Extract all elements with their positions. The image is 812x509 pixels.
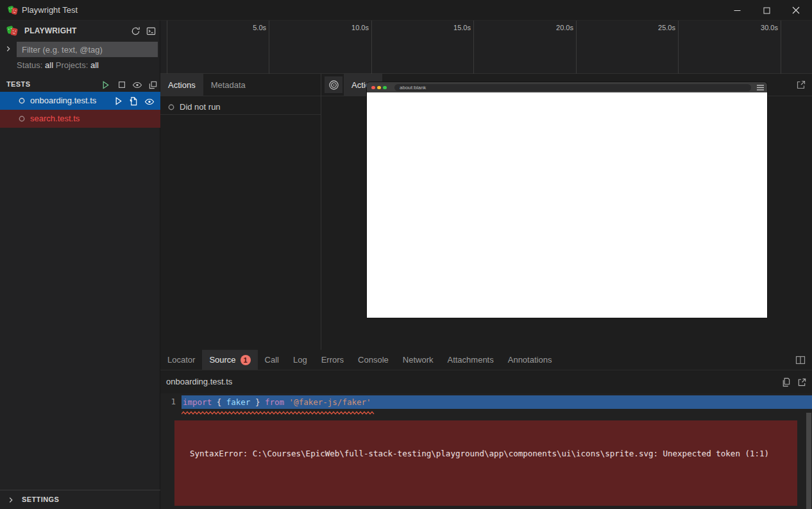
settings-title: SETTINGS — [22, 496, 59, 503]
timeline[interactable]: 5.0s 10.0s 15.0s 20.0s 25.0s 30.0s — [160, 21, 812, 74]
status-label: Status: — [17, 60, 42, 70]
projects-label: Projects: — [56, 60, 89, 70]
divider — [0, 490, 160, 490]
details-panel: Locator Source 1 Call Log Errors Console… — [160, 350, 812, 509]
source-file-name: onboarding.test.ts — [166, 377, 232, 386]
snapshot-panel: Action Before After about:blank — [321, 74, 812, 350]
tab-annotations[interactable]: Annotations — [501, 350, 559, 370]
run-all-button[interactable] — [99, 79, 111, 91]
status-circle-icon — [168, 104, 174, 110]
split-view-button[interactable] — [795, 355, 806, 365]
squiggle-path — [182, 412, 374, 415]
sidebar-title: PLAYWRIGHT — [24, 26, 77, 35]
playwright-logo-icon — [8, 5, 18, 15]
browser-snapshot: about:blank — [367, 82, 767, 318]
filter-input[interactable] — [17, 42, 158, 57]
scrollbar-thumb[interactable] — [806, 413, 811, 509]
tab-metadata[interactable]: Metadata — [203, 74, 253, 96]
pick-locator-button[interactable] — [325, 76, 343, 93]
actions-tabstrip: Actions Metadata — [160, 74, 321, 96]
timeline-gridline — [678, 21, 679, 74]
browser-close-dot — [371, 86, 375, 90]
watch-test-button[interactable] — [144, 96, 155, 107]
status-line: Status: all Projects: all — [17, 60, 99, 72]
timeline-tick: 10.0s — [330, 24, 369, 31]
timeline-tick: 25.0s — [637, 24, 675, 31]
chevron-right-icon[interactable] — [4, 44, 13, 53]
tab-source[interactable]: Source 1 — [202, 350, 257, 370]
test-file-name: search.test.ts — [30, 114, 80, 123]
close-button[interactable] — [781, 0, 811, 21]
tab-errors[interactable]: Errors — [314, 350, 351, 370]
error-blank-line — [190, 483, 797, 494]
browser-page-content[interactable] — [367, 92, 767, 318]
tab-console[interactable]: Console — [351, 350, 396, 370]
minimize-button[interactable] — [722, 0, 752, 21]
tab-call[interactable]: Call — [258, 350, 286, 370]
open-source-external-button[interactable] — [797, 377, 807, 387]
error-count-badge: 1 — [241, 355, 251, 365]
timeline-gridline — [781, 21, 781, 74]
timeline-gridline — [167, 21, 167, 74]
sidebar-header: PLAYWRIGHT — [0, 22, 160, 40]
playwright-ui-window: Playwright Test PLAYWRIGHT — [0, 0, 812, 509]
refresh-button[interactable] — [130, 25, 141, 37]
open-snapshot-external-button[interactable] — [796, 80, 806, 90]
settings-section-header[interactable]: SETTINGS — [0, 492, 160, 508]
test-file-name: onboarding.test.ts — [30, 96, 96, 105]
tab-actions[interactable]: Actions — [160, 74, 203, 96]
tab-source-label: Source — [209, 355, 235, 365]
timeline-gridline — [269, 21, 269, 74]
timeline-tick: 20.0s — [535, 24, 573, 31]
timeline-tick: 5.0s — [228, 24, 266, 31]
copy-button[interactable] — [781, 377, 791, 387]
source-line-1: 1 import { faker } from '@faker-js/faker… — [160, 395, 812, 409]
tests-title: TESTS — [6, 80, 30, 88]
did-not-run-row: Did not run — [160, 101, 321, 115]
terminal-button[interactable] — [145, 25, 156, 37]
browser-menu-icon — [757, 85, 764, 91]
main-area: 5.0s 10.0s 15.0s 20.0s 25.0s 30.0s Actio… — [160, 21, 812, 509]
actions-panel: Actions Metadata Did not run — [160, 74, 321, 350]
tab-log[interactable]: Log — [286, 350, 314, 370]
tests-section-header: TESTS — [0, 77, 160, 92]
details-tabstrip: Locator Source 1 Call Log Errors Console… — [160, 350, 812, 370]
status-circle-icon — [19, 98, 25, 104]
source-code-view[interactable]: 1 import { faker } from '@faker-js/faker… — [160, 393, 812, 509]
sidebar: PLAYWRIGHT Status: all Projects: all TES… — [0, 21, 160, 509]
source-line-content: import { faker } from '@faker-js/faker' — [182, 395, 812, 409]
watch-all-button[interactable] — [131, 79, 143, 91]
timeline-tick: 30.0s — [740, 24, 778, 31]
status-circle-icon — [19, 116, 25, 122]
maximize-button[interactable] — [752, 0, 781, 21]
filter-row — [0, 41, 160, 58]
browser-address-bar: about:blank — [394, 84, 751, 91]
stop-button[interactable] — [116, 79, 128, 91]
did-not-run-label: Did not run — [180, 102, 221, 112]
titlebar: Playwright Test — [0, 0, 812, 21]
test-row-search[interactable]: search.test.ts — [0, 110, 160, 128]
error-title: SyntaxError: C:\Courses\EpicWeb\full-sta… — [190, 448, 797, 460]
window-title: Playwright Test — [22, 5, 78, 15]
collapse-all-button[interactable] — [147, 79, 158, 91]
browser-minimize-dot — [377, 86, 381, 90]
tab-locator[interactable]: Locator — [160, 350, 202, 370]
browser-titlebar: about:blank — [367, 82, 767, 92]
test-row-onboarding[interactable]: onboarding.test.ts — [0, 92, 160, 110]
tab-network[interactable]: Network — [396, 350, 441, 370]
status-value[interactable]: all — [45, 60, 53, 70]
timeline-gridline — [576, 21, 577, 74]
timeline-tick: 15.0s — [432, 24, 471, 31]
syntax-error-block: SyntaxError: C:\Courses\EpicWeb\full-sta… — [174, 420, 797, 506]
error-squiggle — [182, 411, 376, 415]
show-source-button[interactable] — [128, 96, 139, 107]
line-number: 1 — [160, 397, 176, 406]
tab-attachments[interactable]: Attachments — [440, 350, 500, 370]
projects-value[interactable]: all — [90, 60, 99, 70]
playwright-logo-icon — [6, 25, 18, 37]
run-test-button[interactable] — [113, 96, 124, 107]
timeline-gridline — [473, 21, 474, 74]
chevron-right-icon — [6, 496, 15, 505]
timeline-gridline — [371, 21, 372, 74]
source-file-header: onboarding.test.ts — [160, 370, 812, 393]
